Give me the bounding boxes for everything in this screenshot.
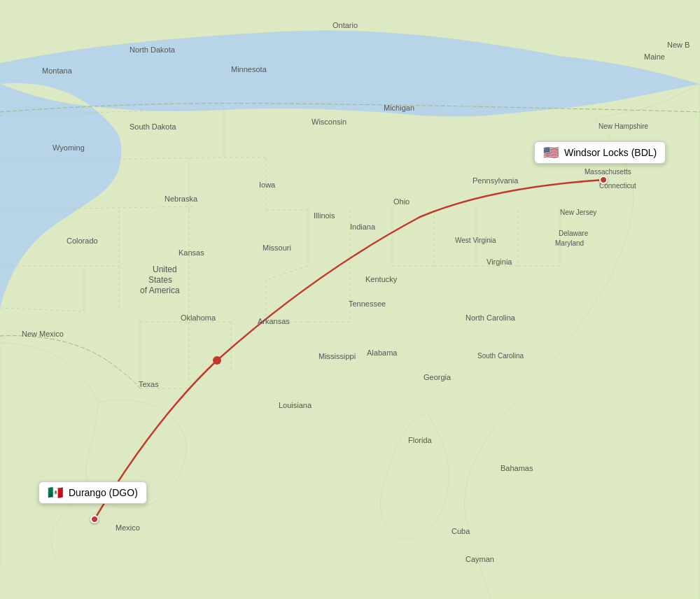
- map-container: Montana North Dakota Minnesota Ontario M…: [0, 0, 700, 599]
- durango-dot: [90, 515, 99, 523]
- windsor-locks-flag: 🇺🇸: [543, 146, 559, 159]
- svg-point-47: [215, 358, 219, 362]
- durango-flag: 🇲🇽: [48, 486, 63, 499]
- durango-airport-box: 🇲🇽 Durango (DGO): [38, 481, 147, 504]
- windsor-locks-label: Windsor Locks (BDL): [564, 147, 657, 158]
- durango-label: Durango (DGO): [69, 487, 138, 498]
- map-svg: [0, 0, 700, 599]
- svg-point-7: [519, 473, 531, 479]
- windsor-locks-dot: [599, 176, 608, 184]
- windsor-locks-airport-box: 🇺🇸 Windsor Locks (BDL): [534, 141, 666, 164]
- svg-point-8: [528, 488, 536, 492]
- svg-point-6: [503, 458, 519, 466]
